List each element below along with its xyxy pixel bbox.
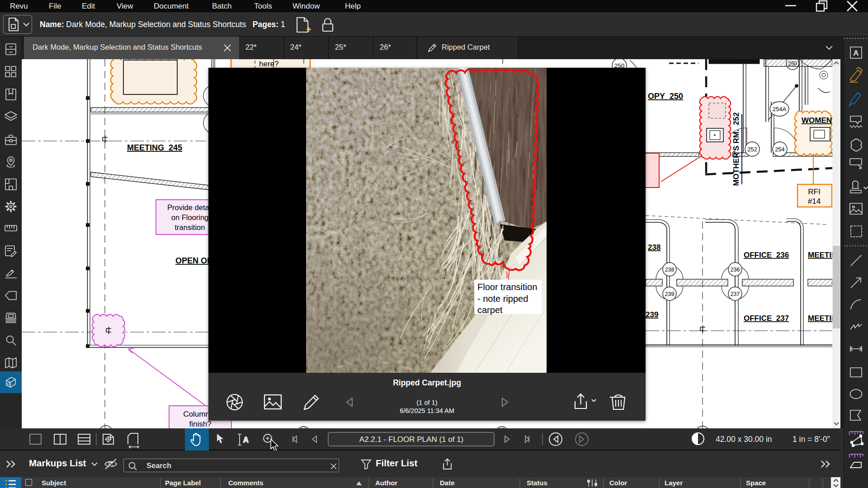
svg-text:here?: here?	[259, 60, 278, 68]
svg-text:MEETING 245: MEETING 245	[127, 143, 182, 152]
svg-text:OFFICE 237: OFFICE 237	[744, 314, 789, 323]
svg-text:- note ripped: - note ripped	[477, 294, 528, 304]
svg-text:#14: #14	[808, 197, 821, 206]
svg-text:Provide detail: Provide detail	[167, 203, 212, 211]
svg-text:238: 238	[665, 267, 675, 273]
svg-text:A: A	[853, 49, 859, 57]
svg-text:254A: 254A	[773, 106, 787, 113]
svg-text:MEETIN: MEETIN	[808, 251, 832, 259]
svg-text:A2.2.1 - FLOOR PLAN (1 of 1): A2.2.1 - FLOOR PLAN (1 of 1)	[359, 435, 464, 444]
svg-text:OFFICE 236: OFFICE 236	[744, 251, 789, 259]
svg-text:254: 254	[775, 146, 785, 153]
svg-text:MOTHER'S RM. 252: MOTHER'S RM. 252	[732, 113, 741, 186]
svg-text:252: 252	[747, 146, 757, 153]
svg-text:WOMEN: WOMEN	[802, 116, 832, 125]
svg-text:239: 239	[665, 291, 675, 297]
svg-text:A: A	[243, 436, 249, 444]
svg-text:OPY 250: OPY 250	[648, 92, 683, 101]
svg-text:239: 239	[646, 310, 658, 319]
svg-text:238: 238	[648, 243, 660, 252]
svg-text:237: 237	[731, 291, 740, 297]
svg-text:finish?: finish?	[189, 420, 211, 428]
svg-text:RFI: RFI	[808, 188, 820, 196]
svg-text:1 in = 8'-0": 1 in = 8'-0"	[793, 435, 830, 444]
svg-text:42.00 x 30.00 in: 42.00 x 30.00 in	[716, 435, 772, 444]
svg-text:on Flooring: on Flooring	[171, 213, 209, 221]
svg-text:transition: transition	[175, 223, 205, 231]
svg-text:236: 236	[731, 267, 740, 273]
svg-text:carpet: carpet	[477, 305, 503, 315]
svg-text:Floor transition: Floor transition	[477, 282, 537, 292]
svg-text:MEETIN: MEETIN	[808, 314, 832, 323]
